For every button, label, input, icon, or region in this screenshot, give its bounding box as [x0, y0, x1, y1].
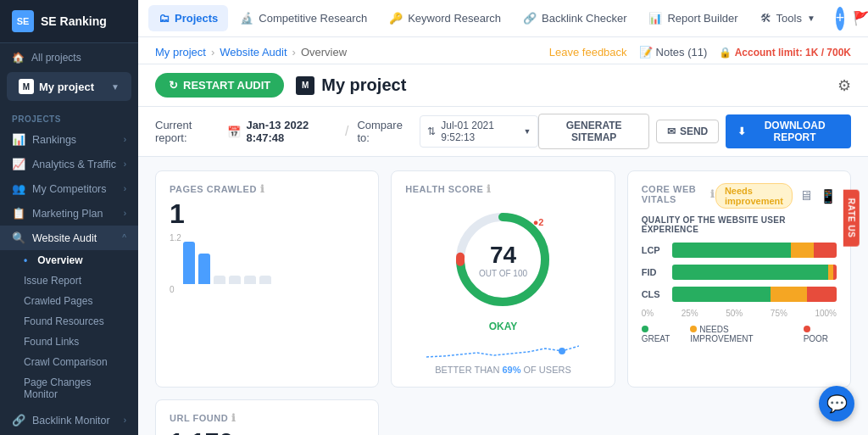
leave-feedback-link[interactable]: Leave feedback: [549, 46, 627, 59]
audit-icon: 🔍: [12, 231, 25, 244]
lcp-green: [672, 243, 791, 258]
breadcrumb-my-project[interactable]: My project: [155, 46, 206, 59]
sidebar-item-backlink[interactable]: 🔗 Backlink Monitor ›: [0, 408, 138, 432]
nav-tab-backlink[interactable]: 🔗 Backlink Checker: [513, 5, 637, 31]
analytics-icon: 📈: [12, 158, 25, 170]
sidebar: SE SE Ranking 🏠 All projects M My projec…: [0, 0, 138, 435]
compare-date-select[interactable]: ⇅ Jul-01 2021 9:52:13 ▼: [420, 115, 538, 148]
fid-bar: [672, 265, 837, 280]
pages-crawled-title: PAGES CRAWLED ℹ: [170, 183, 364, 195]
keyword-nav-icon: 🔑: [389, 12, 403, 25]
cls-label: CLS: [642, 289, 665, 299]
sidebar-subitem-crawled-pages[interactable]: Crawled Pages: [0, 291, 138, 311]
info-icon: ℹ: [260, 183, 265, 195]
breadcrumb-sep-1: ›: [211, 46, 214, 59]
report-bar-left: Current report: 📅 Jan-13 2022 8:47:48 / …: [155, 115, 538, 148]
cwv-subtitle: QUALITY OF THE WEBSITE USER EXPERIENCE: [642, 215, 837, 234]
breadcrumb-website-audit[interactable]: Website Audit: [220, 46, 287, 59]
competitors-icon: 👥: [12, 182, 25, 195]
core-web-vitals-card: CORE WEB VITALS ℹ Needs improvement 🖥 📱 …: [627, 170, 851, 388]
sidebar-item-competitors[interactable]: 👥 My Competitors ›: [0, 176, 138, 201]
cls-bar-row: CLS: [642, 287, 837, 302]
health-info-icon: ℹ: [487, 183, 492, 195]
nav-tab-report[interactable]: 📊 Report Builder: [638, 5, 748, 31]
sidebar-subitem-overview[interactable]: Overview: [0, 250, 138, 270]
chart-top-label: 1.2: [170, 233, 181, 243]
cwv-header: CORE WEB VITALS ℹ Needs improvement 🖥 📱: [642, 183, 837, 209]
sidebar-project-name: My project: [39, 81, 94, 93]
sidebar-subitem-found-links[interactable]: Found Links: [0, 332, 138, 352]
donut-score: 74 OUT OF 100: [479, 242, 527, 278]
rate-us-tab[interactable]: RATE US: [843, 189, 860, 246]
error-count: ●●22: [533, 217, 544, 227]
bar-4: [229, 276, 241, 284]
settings-icon[interactable]: ⚙: [837, 76, 851, 95]
nav-tab-tools[interactable]: 🛠 Tools ▼: [750, 5, 826, 31]
sidebar-subitem-crawl-comparison[interactable]: Crawl Comparison: [0, 352, 138, 372]
lcp-yellow: [791, 243, 814, 258]
chevron-right-icon: ›: [124, 415, 126, 425]
projects-nav-icon: 🗂: [159, 12, 170, 25]
nav-tab-competitive[interactable]: 🔬 Competitive Research: [230, 5, 377, 31]
chat-bubble-button[interactable]: 💬: [819, 386, 854, 421]
current-report-date: 📅 Jan-13 2022 8:47:48: [227, 119, 337, 144]
divider: /: [345, 124, 348, 139]
chevron-down-icon: ▼: [111, 82, 120, 92]
sidebar-subitem-page-changes[interactable]: Page Changes Monitor: [0, 372, 138, 404]
sidebar-item-audit[interactable]: 🔍 Website Audit ^: [0, 226, 138, 250]
report-nav-icon: 📊: [648, 12, 662, 25]
project-title: M My project: [296, 75, 406, 95]
notes-icon: 📝: [639, 46, 653, 59]
download-report-button[interactable]: ⬇ DOWNLOAD REPORT: [726, 114, 851, 148]
report-bar-right: GENERATE SITEMAP ✉ SEND ⬇ DOWNLOAD REPOR…: [538, 114, 851, 149]
nav-tab-keyword[interactable]: 🔑 Keyword Research: [379, 5, 511, 31]
url-found-card: URL FOUND ℹ 1,170 +64 1600 0: [155, 399, 379, 435]
content-area: My project › Website Audit › Overview Le…: [138, 37, 868, 435]
fid-red: [833, 265, 837, 280]
project-icon-m: M: [19, 79, 34, 94]
sidebar-item-analytics[interactable]: 📈 Analytics & Traffic ›: [0, 152, 138, 176]
content-header: My project › Website Audit › Overview Le…: [138, 37, 868, 64]
cwv-title: CORE WEB VITALS ℹ: [642, 184, 715, 204]
chevron-right-icon: ›: [124, 209, 126, 218]
better-than-text: BETTER THAN 69% OF USERS: [435, 365, 571, 375]
sidebar-item-rankings[interactable]: 📊 Rankings ›: [0, 127, 138, 152]
nav-tab-projects[interactable]: 🗂 Projects: [148, 5, 228, 31]
chat-icon: 💬: [826, 393, 848, 414]
fid-bar-row: FID: [642, 265, 837, 280]
mobile-icon[interactable]: 📱: [820, 188, 837, 204]
sidebar-subitem-found-resources[interactable]: Found Resources: [0, 311, 138, 332]
email-icon: ✉: [667, 125, 676, 137]
restart-audit-button[interactable]: ↻ RESTART AUDIT: [155, 73, 284, 98]
top-navigation: 🗂 Projects 🔬 Competitive Research 🔑 Keyw…: [138, 0, 868, 37]
breadcrumb-sep-2: ›: [292, 46, 296, 59]
bar-3: [214, 276, 225, 284]
add-button[interactable]: +: [836, 7, 845, 31]
bar-5: [244, 276, 256, 284]
pages-crawled-value: 1: [170, 198, 364, 230]
breadcrumb-overview: Overview: [301, 46, 347, 59]
legend-poor: POOR: [804, 325, 837, 343]
send-button[interactable]: ✉ SEND: [656, 120, 719, 143]
refresh-icon: ↻: [169, 79, 178, 92]
sidebar-section-title: PROJECTS: [0, 108, 138, 127]
sidebar-subitem-issue-report[interactable]: Issue Report: [0, 270, 138, 291]
project-header: ↻ RESTART AUDIT M My project ⚙: [138, 64, 868, 107]
nav-right-section: 🚩 🔔 $49,955 AT: [853, 7, 868, 31]
pages-crawled-card: PAGES CRAWLED ℹ 1 1.2 0: [155, 170, 379, 388]
device-icons: 🖥 📱: [799, 188, 837, 204]
compare-label: Compare to:: [357, 119, 411, 144]
all-projects-link[interactable]: 🏠 All projects: [0, 43, 138, 72]
project-selector[interactable]: M My project ▼: [7, 72, 131, 101]
fid-green: [672, 265, 829, 280]
sidebar-item-marketing[interactable]: 📋 Marketing Plan ›: [0, 201, 138, 226]
desktop-icon[interactable]: 🖥: [799, 188, 813, 204]
cwv-needs-improvement-badge: Needs improvement: [715, 183, 793, 209]
calendar-icon: 📅: [227, 125, 241, 138]
notes-button[interactable]: 📝 Notes (11): [639, 46, 708, 59]
logo-text: SE Ranking: [41, 14, 107, 28]
home-icon: 🏠: [12, 52, 25, 64]
generate-sitemap-button[interactable]: GENERATE SITEMAP: [538, 114, 649, 149]
flag-icon[interactable]: 🚩: [853, 10, 868, 26]
bar-1: [183, 242, 195, 284]
